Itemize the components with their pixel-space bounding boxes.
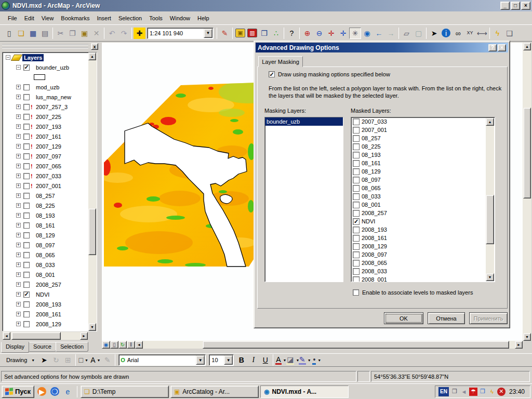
- collapse-icon[interactable]: −: [16, 65, 21, 70]
- layer-label[interactable]: 08_193: [36, 212, 55, 219]
- dialog-close-icon[interactable]: ×: [498, 44, 506, 51]
- toc-layer-row[interactable]: −✓bounder_uzb: [3, 62, 97, 72]
- media-player-icon[interactable]: ▶: [37, 387, 46, 396]
- toc-layer-row[interactable]: +08_257: [3, 191, 97, 201]
- command-window-icon[interactable]: ❒: [258, 28, 270, 39]
- italic-button[interactable]: I: [247, 354, 259, 366]
- draw-masking-checkbox-row[interactable]: ✓ Draw using masking options specified b…: [269, 71, 390, 77]
- masked-layer-item[interactable]: 08_161: [351, 159, 486, 167]
- layer-visibility-checkbox[interactable]: [23, 134, 30, 140]
- masked-layer-item[interactable]: 2008_257: [351, 209, 486, 217]
- masked-layer-checkbox[interactable]: [353, 202, 360, 208]
- expand-icon[interactable]: +: [16, 193, 21, 198]
- scroll-left-icon[interactable]: ◄: [135, 341, 143, 349]
- masked-layer-item[interactable]: 2008_097: [351, 250, 486, 259]
- scroll-left-icon[interactable]: ◄: [3, 332, 10, 340]
- toc-legend-swatch-row[interactable]: [3, 72, 97, 82]
- refresh-view-button[interactable]: ↻: [118, 341, 127, 349]
- forward-extent-icon[interactable]: →: [385, 28, 397, 39]
- scrollbar-thumb[interactable]: [88, 208, 96, 255]
- expand-icon[interactable]: +: [16, 134, 21, 139]
- toc-layer-row[interactable]: +2008_193: [3, 299, 97, 309]
- internet-explorer-icon[interactable]: e: [62, 386, 74, 397]
- underline-button[interactable]: U: [259, 354, 271, 366]
- layer-label[interactable]: 08_225: [36, 203, 55, 209]
- chevron-down-icon[interactable]: ▼: [224, 355, 233, 365]
- masked-layer-checkbox[interactable]: [353, 177, 360, 183]
- masked-layer-item[interactable]: ✓NDVI: [351, 217, 486, 225]
- layer-visibility-checkbox[interactable]: [23, 114, 30, 120]
- volume-tray-icon[interactable]: ◄: [460, 388, 468, 396]
- toc-vertical-scrollbar[interactable]: ▲ ▼: [88, 52, 97, 331]
- toc-layer-row[interactable]: +✓NDVI: [3, 289, 97, 299]
- layer-visibility-checkbox[interactable]: [23, 173, 30, 179]
- layer-label[interactable]: 2007_097: [36, 153, 61, 159]
- security-alert-tray-icon[interactable]: ✕: [497, 388, 506, 396]
- layer-visibility-checkbox[interactable]: [23, 242, 30, 248]
- expand-icon[interactable]: +: [16, 282, 21, 287]
- cancel-button[interactable]: Отмена: [428, 312, 465, 324]
- layer-label[interactable]: 08_065: [36, 252, 55, 258]
- map-horizontal-scrollbar[interactable]: ◉ ▯ ↻ ‖ ◄ ►: [102, 341, 523, 349]
- masked-layer-checkbox[interactable]: [353, 152, 360, 158]
- masked-layer-checkbox[interactable]: [353, 160, 360, 167]
- masked-layer-checkbox[interactable]: [353, 260, 360, 267]
- editor-pencil-icon[interactable]: ✎: [219, 28, 231, 39]
- open-folder-icon[interactable]: ❏: [15, 28, 27, 39]
- arctoolbox-icon[interactable]: ▥: [247, 29, 257, 37]
- layer-label[interactable]: 2007_001: [36, 183, 61, 189]
- masked-layer-item[interactable]: 08_225: [351, 142, 486, 151]
- layer-label[interactable]: 2007_129: [36, 143, 61, 150]
- toc-root-row[interactable]: −Layers: [3, 52, 97, 62]
- layer-visibility-checkbox[interactable]: [23, 94, 30, 100]
- identify-icon[interactable]: i: [442, 29, 450, 37]
- layer-label[interactable]: 08_097: [36, 242, 55, 248]
- scrollbar-thumb[interactable]: [203, 341, 509, 349]
- layer-visibility-checkbox[interactable]: [23, 124, 30, 130]
- expand-icon[interactable]: +: [16, 104, 21, 109]
- scanner-tray-icon[interactable]: ❒: [478, 388, 487, 396]
- collapse-icon[interactable]: −: [6, 55, 10, 60]
- zoom-out-icon[interactable]: ⊖: [313, 28, 325, 39]
- expand-icon[interactable]: +: [16, 322, 21, 326]
- align-icon[interactable]: ⊞: [62, 354, 74, 366]
- html-popup-icon[interactable]: ❑: [503, 28, 515, 39]
- masked-layer-item[interactable]: 08_129: [351, 167, 486, 176]
- layer-label[interactable]: 2007_161: [36, 134, 61, 140]
- toc-grip-handle[interactable]: [2, 44, 88, 48]
- masked-layer-item[interactable]: 2007_033: [351, 117, 486, 126]
- new-rectangle-icon[interactable]: □▼: [77, 354, 89, 366]
- masked-layer-checkbox[interactable]: [353, 118, 360, 125]
- toc-layer-row[interactable]: +2008_161: [3, 309, 97, 319]
- ok-button[interactable]: OK: [384, 312, 423, 324]
- fixed-zoom-in-icon[interactable]: ✛: [325, 28, 337, 39]
- go-to-xy-icon[interactable]: XY: [464, 28, 476, 39]
- layer-visibility-checkbox[interactable]: [23, 301, 30, 308]
- scrollbar-thumb[interactable]: [11, 332, 61, 340]
- masked-layer-checkbox[interactable]: [353, 243, 360, 250]
- expand-icon[interactable]: +: [16, 252, 21, 257]
- layer-label[interactable]: 2007_193: [36, 124, 61, 130]
- dialog-help-icon[interactable]: ?: [488, 44, 497, 51]
- toc-layer-row[interactable]: +08_225: [3, 201, 97, 210]
- print-icon[interactable]: ▤: [39, 28, 51, 39]
- expand-icon[interactable]: +: [16, 262, 21, 267]
- redo-icon[interactable]: ↷: [118, 28, 130, 39]
- toc-layer-row[interactable]: +2008_257: [3, 280, 97, 289]
- toc-layer-row[interactable]: +!2007_193: [3, 122, 97, 131]
- tab-layer-masking[interactable]: Layer Masking: [258, 56, 303, 67]
- masked-layer-item[interactable]: 08_033: [351, 192, 486, 201]
- masked-layer-checkbox[interactable]: [353, 135, 360, 142]
- expand-icon[interactable]: +: [16, 144, 21, 149]
- font-size-combo[interactable]: 10 ▼: [209, 354, 234, 366]
- expand-icon[interactable]: +: [16, 223, 21, 228]
- drawing-menu-button[interactable]: Drawing ▼: [3, 354, 38, 366]
- pause-drawing-button[interactable]: ‖: [127, 341, 135, 349]
- masking-layer-item[interactable]: bounder_uzb: [265, 117, 343, 126]
- layer-label[interactable]: mod_uzb: [36, 84, 59, 90]
- layer-visibility-checkbox[interactable]: [23, 252, 30, 258]
- toc-layer-row[interactable]: +2008_129: [3, 319, 97, 329]
- toc-layer-row[interactable]: +!2007_161: [3, 131, 97, 141]
- save-icon[interactable]: ▦: [27, 28, 39, 39]
- layer-visibility-checkbox[interactable]: [23, 212, 30, 219]
